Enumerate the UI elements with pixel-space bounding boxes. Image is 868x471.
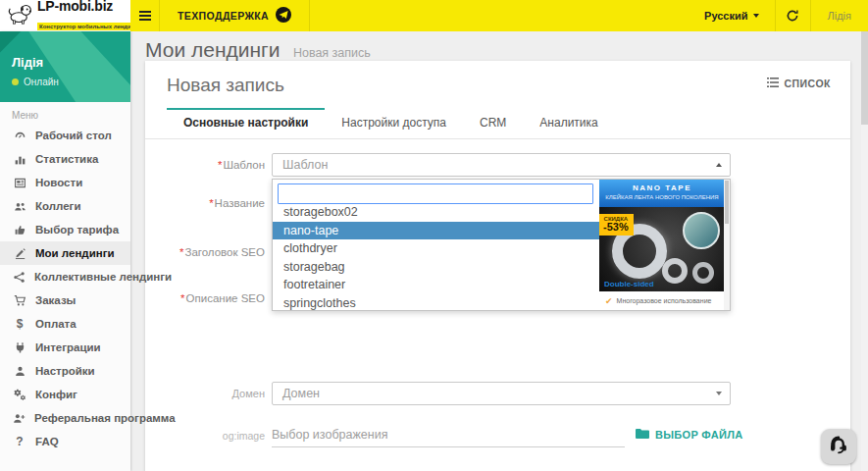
support-chat-widget[interactable] xyxy=(821,429,856,464)
chevron-down-icon xyxy=(716,392,722,395)
og-image-label: og:image xyxy=(145,430,265,442)
folder-icon xyxy=(636,428,649,442)
user-icon xyxy=(13,365,26,378)
thumbs-up-icon xyxy=(13,224,26,236)
tab-analytics[interactable]: Аналитика xyxy=(523,108,614,138)
tab-bar: Основные настройки Настройки доступа CRM… xyxy=(145,108,850,139)
list-icon xyxy=(767,78,779,89)
sidebar-item-tariff[interactable]: Выбор тарифа xyxy=(0,218,130,241)
template-option-list: storagebox02 nano-tape clothdryer storag… xyxy=(273,203,599,312)
template-option[interactable]: springclothes xyxy=(273,294,599,313)
template-option[interactable]: storagebox02 xyxy=(273,203,599,222)
domain-select[interactable]: Домен xyxy=(272,382,731,405)
plug-icon xyxy=(13,341,26,354)
breadcrumb: Новая запись xyxy=(293,46,371,60)
template-search-input[interactable] xyxy=(278,183,593,204)
top-bar-yellow: ТЕХПОДДЕРЖКА Русский Лідія xyxy=(130,0,868,31)
page-scrollbar xyxy=(861,31,868,471)
dropdown-scrollbar-thumb[interactable] xyxy=(725,181,729,224)
template-dropdown: storagebox02 nano-tape clothdryer storag… xyxy=(272,179,731,311)
discount-badge: СКИДКА -53% xyxy=(599,214,634,236)
sidebar-item-collective-landings[interactable]: Коллективные лендинги xyxy=(0,265,130,288)
chevron-up-icon xyxy=(716,163,722,167)
sidebar-item-payment[interactable]: $ Оплата xyxy=(0,312,130,336)
template-option[interactable]: footretainer xyxy=(273,276,599,294)
check-icon: ✔ xyxy=(605,296,613,306)
card-title: Новая запись xyxy=(167,75,850,96)
support-button[interactable]: ТЕХПОДДЕРЖКА xyxy=(160,0,310,31)
sidebar-item-statistics[interactable]: Статистика xyxy=(0,147,130,171)
og-image-input[interactable] xyxy=(272,422,625,447)
online-status-label: Онлайн xyxy=(24,77,59,87)
menu-section-label: Меню xyxy=(12,110,130,121)
name-label: *Название xyxy=(145,197,265,209)
list-button[interactable]: СПИСОК xyxy=(767,78,831,89)
dropdown-scrollbar xyxy=(724,180,730,310)
gears-icon xyxy=(13,389,26,401)
template-label: *Шаблон xyxy=(145,159,265,171)
gauge-icon xyxy=(13,130,26,142)
language-label: Русский xyxy=(704,10,747,22)
telegram-icon xyxy=(276,7,291,25)
news-icon xyxy=(13,177,26,189)
template-option[interactable]: clothdryer xyxy=(273,239,599,258)
sidebar-item-news[interactable]: Новости xyxy=(0,171,130,194)
tab-crm[interactable]: CRM xyxy=(463,108,523,138)
seo-description-label: *Описание SEO xyxy=(145,292,265,304)
sidebar-user-name: Лідія xyxy=(12,55,59,70)
page-title: Мои лендинги xyxy=(145,38,280,61)
main-content: Мои лендинги Новая запись Новая запись С… xyxy=(130,31,868,471)
sidebar-item-colleagues[interactable]: Коллеги xyxy=(0,194,130,218)
template-select[interactable]: Шаблон xyxy=(272,153,731,177)
dollar-icon: $ xyxy=(13,317,26,331)
tab-main-settings[interactable]: Основные настройки xyxy=(167,108,325,138)
refresh-button[interactable] xyxy=(775,0,810,31)
chevron-down-icon xyxy=(753,14,759,18)
headset-icon xyxy=(828,434,849,459)
logo[interactable]: LP-mobi.biz Конструктор мобильных лендин… xyxy=(0,0,130,31)
page-scrollbar-thumb[interactable] xyxy=(861,31,868,125)
user-plus-icon xyxy=(13,412,26,425)
preview-title: NANO TAPE xyxy=(599,183,725,192)
template-option-highlighted[interactable]: nano-tape xyxy=(273,222,599,240)
support-label: ТЕХПОДДЕРЖКА xyxy=(178,10,269,22)
top-bar: LP-mobi.biz Конструктор мобильных лендин… xyxy=(0,0,868,31)
tab-access-settings[interactable]: Настройки доступа xyxy=(325,108,463,138)
sidebar-item-config[interactable]: Конфиг xyxy=(0,383,130,406)
sidebar-item-faq[interactable]: ? FAQ xyxy=(0,430,130,453)
sidebar-item-my-landings[interactable]: Мои лендинги xyxy=(0,241,130,265)
sidebar-item-integrations[interactable]: Интеграции xyxy=(0,336,130,359)
sidebar-user-panel: Лідія Онлайн xyxy=(0,31,130,102)
question-icon: ? xyxy=(13,435,26,448)
preview-caption: Double-sided xyxy=(604,280,654,288)
choose-file-button[interactable]: ВЫБОР ФАЙЛА xyxy=(636,428,743,442)
domain-label: Домен xyxy=(145,388,265,399)
share-icon xyxy=(13,271,26,284)
preview-feature: Многоразовое использование xyxy=(617,297,712,304)
preview-inset-photo xyxy=(683,212,720,249)
template-preview-image: NANO TAPE КЛЕЙКАЯ ЛЕНТА НОВОГО ПОКОЛЕНИЯ… xyxy=(599,180,725,310)
sidebar: Лідія Онлайн Меню Рабочий стол Статистик… xyxy=(0,31,130,471)
seo-title-label: *Заголовок SEO xyxy=(145,246,265,258)
bar-chart-icon xyxy=(13,153,26,166)
preview-subtitle: КЛЕЙКАЯ ЛЕНТА НОВОГО ПОКОЛЕНИЯ xyxy=(599,194,725,200)
sidebar-item-dashboard[interactable]: Рабочий стол xyxy=(0,124,130,147)
language-selector[interactable]: Русский xyxy=(689,0,774,31)
cart-icon xyxy=(13,294,26,307)
sidebar-item-orders[interactable]: Заказы xyxy=(0,288,130,312)
template-option[interactable]: storagebag xyxy=(273,258,599,277)
users-icon xyxy=(13,200,26,213)
sidebar-item-referral[interactable]: Реферальная программа xyxy=(0,406,130,430)
dog-logo-icon xyxy=(7,3,32,28)
sidebar-item-settings[interactable]: Настройки xyxy=(0,359,130,383)
pencil-icon xyxy=(13,247,26,260)
hamburger-menu-icon[interactable] xyxy=(130,0,160,31)
new-record-card: Новая запись СПИСОК Основные настройки Н… xyxy=(145,61,850,471)
online-status-dot xyxy=(12,78,19,85)
topbar-username[interactable]: Лідія xyxy=(810,0,868,31)
